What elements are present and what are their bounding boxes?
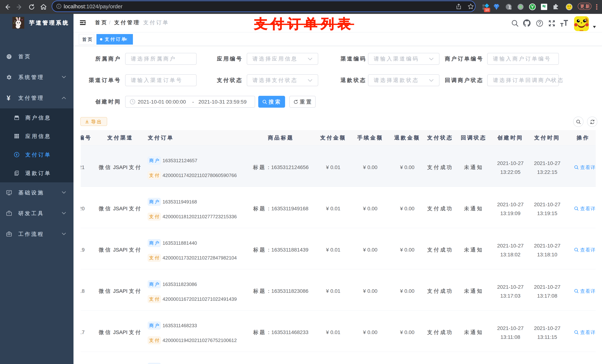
svg-text:¥: ¥	[16, 153, 18, 156]
